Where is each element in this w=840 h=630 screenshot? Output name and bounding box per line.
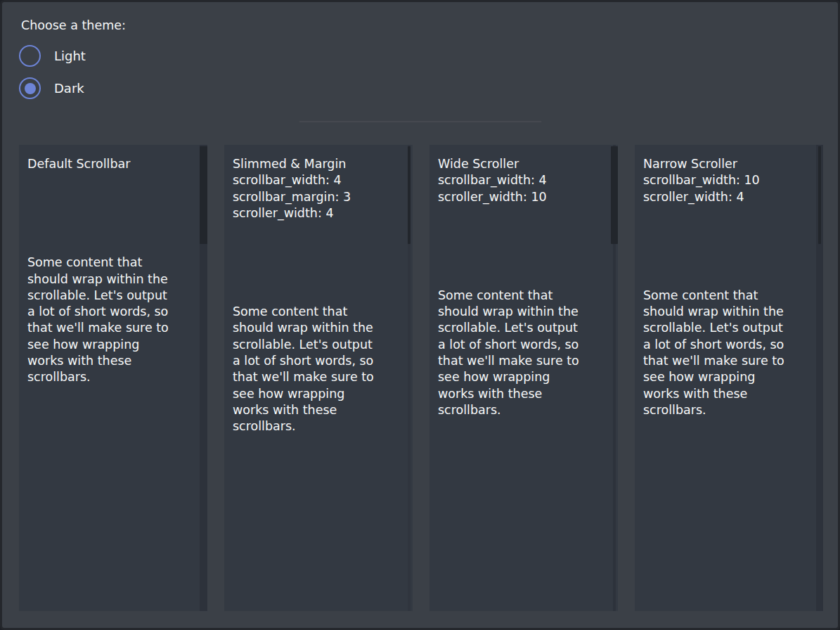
panel-header: Wide Scroller scrollbar_width: 4scroller… xyxy=(438,156,601,205)
spacer xyxy=(27,172,190,255)
panel-header: Slimmed & Margin scrollbar_width: 4scrol… xyxy=(233,156,396,221)
panel-header: Default Scrollbar xyxy=(27,156,190,172)
scrollbar-thumb[interactable] xyxy=(611,146,618,244)
panel-title: Slimmed & Margin xyxy=(233,156,396,172)
panel-body-text: Some content thatshould wrap within thes… xyxy=(27,255,190,385)
panel-header: Narrow Scroller scrollbar_width: 10scrol… xyxy=(643,156,806,205)
panel-title: Default Scrollbar xyxy=(27,156,190,172)
theme-chooser: Choose a theme: Light Dark xyxy=(19,18,126,110)
radio-label-light: Light xyxy=(54,48,86,64)
radio-icon-dark[interactable] xyxy=(19,77,41,99)
spacer xyxy=(643,205,806,288)
spacer xyxy=(438,205,601,288)
panel-config: scrollbar_width: 10scroller_width: 4 xyxy=(643,172,806,205)
panel-title: Wide Scroller xyxy=(438,156,601,172)
panel-config: scrollbar_width: 4scroller_width: 10 xyxy=(438,172,601,205)
panel-body-text: Some content thatshould wrap within thes… xyxy=(438,288,601,418)
panel-title: Narrow Scroller xyxy=(643,156,806,172)
scrollbar-thumb[interactable] xyxy=(200,146,207,244)
panel-wide-scroller[interactable]: Wide Scroller scrollbar_width: 4scroller… xyxy=(429,145,618,611)
radio-selected-dot xyxy=(25,83,36,94)
panel-narrow-scroller[interactable]: Narrow Scroller scrollbar_width: 10scrol… xyxy=(635,145,823,611)
radio-label-dark: Dark xyxy=(54,80,84,96)
panel-body-text: Some content thatshould wrap within thes… xyxy=(233,304,396,435)
theme-chooser-label: Choose a theme: xyxy=(21,18,126,34)
radio-option-light[interactable]: Light xyxy=(19,45,126,67)
app-window: Choose a theme: Light Dark Default Scrol… xyxy=(0,0,840,630)
panel-body-text: Some content thatshould wrap within thes… xyxy=(643,288,806,418)
spacer xyxy=(233,221,396,304)
radio-option-dark[interactable]: Dark xyxy=(19,77,126,99)
radio-icon-light[interactable] xyxy=(19,45,41,67)
scrollable-panels-row: Default Scrollbar Some content thatshoul… xyxy=(19,145,823,611)
scrollbar-thumb[interactable] xyxy=(408,146,411,244)
horizontal-divider xyxy=(299,121,541,122)
panel-slimmed-margin[interactable]: Slimmed & Margin scrollbar_width: 4scrol… xyxy=(224,145,413,611)
panel-default-scrollbar[interactable]: Default Scrollbar Some content thatshoul… xyxy=(19,145,207,611)
scrollbar-thumb[interactable] xyxy=(818,146,821,244)
panel-config: scrollbar_width: 4scrollbar_margin: 3scr… xyxy=(233,172,396,221)
